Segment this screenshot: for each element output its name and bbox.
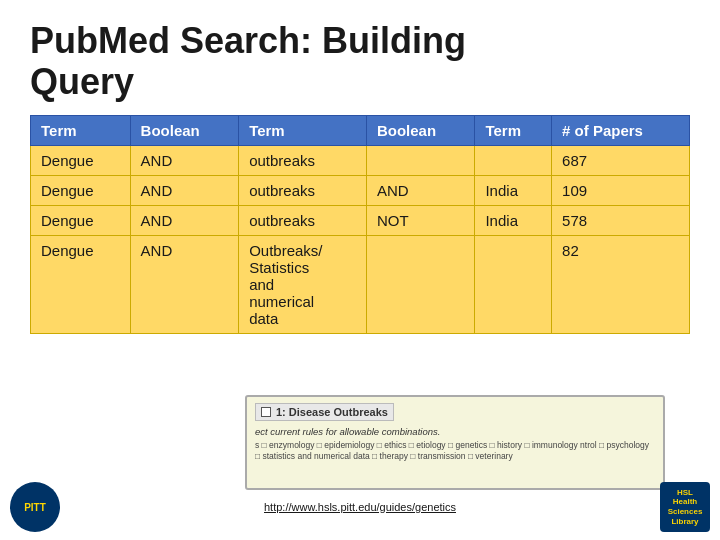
table-cell: AND xyxy=(130,145,239,175)
table-cell xyxy=(475,145,552,175)
footer-url[interactable]: http://www.hsls.pitt.edu/guides/genetics xyxy=(264,501,456,513)
table-row: DengueANDoutbreaks687 xyxy=(31,145,690,175)
table-cell: Dengue xyxy=(31,145,131,175)
table-cell xyxy=(475,235,552,333)
search-table: Term Boolean Term Boolean Term # of Pape… xyxy=(30,115,690,334)
table-cell: 109 xyxy=(552,175,690,205)
table-row: DengueANDoutbreaksNOTIndia578 xyxy=(31,205,690,235)
table-cell: Dengue xyxy=(31,175,131,205)
table-cell: India xyxy=(475,175,552,205)
table-row: DengueANDoutbreaksANDIndia109 xyxy=(31,175,690,205)
table-cell: India xyxy=(475,205,552,235)
table-cell: 687 xyxy=(552,145,690,175)
screenshot-subtitle: ect current rules for allowable combinat… xyxy=(255,425,655,438)
table-row: DengueANDOutbreaks/ Statistics and numer… xyxy=(31,235,690,333)
col-header-bool1: Boolean xyxy=(130,115,239,145)
col-header-papers: # of Papers xyxy=(552,115,690,145)
pitt-logo: PITT xyxy=(10,482,60,532)
table-header-row: Term Boolean Term Boolean Term # of Pape… xyxy=(31,115,690,145)
col-header-bool2: Boolean xyxy=(366,115,475,145)
table-cell: 82 xyxy=(552,235,690,333)
col-header-term1: Term xyxy=(31,115,131,145)
footer: PITT http://www.hsls.pitt.edu/guides/gen… xyxy=(0,482,720,532)
pitt-logo-text: PITT xyxy=(24,502,46,513)
screenshot-title-text: 1: Disease Outbreaks xyxy=(276,406,388,418)
col-header-term3: Term xyxy=(475,115,552,145)
screenshot-area: 1: Disease Outbreaks ect current rules f… xyxy=(245,395,665,490)
table-wrapper: Term Boolean Term Boolean Term # of Pape… xyxy=(30,115,690,334)
title-line2: Query xyxy=(30,61,134,102)
table-cell: Dengue xyxy=(31,235,131,333)
table-cell: Dengue xyxy=(31,205,131,235)
table-cell: 578 xyxy=(552,205,690,235)
screenshot-subtext: s □ enzymology □ epidemiology □ ethics □… xyxy=(255,440,655,462)
table-cell: Outbreaks/ Statistics and numerical data xyxy=(239,235,367,333)
table-cell xyxy=(366,145,475,175)
table-cell: AND xyxy=(130,205,239,235)
table-cell: NOT xyxy=(366,205,475,235)
table-cell xyxy=(366,235,475,333)
hsl-logo-text: HSLHealthSciencesLibrary xyxy=(668,488,703,526)
screenshot-title-bar: 1: Disease Outbreaks xyxy=(255,403,394,421)
table-cell: AND xyxy=(366,175,475,205)
table-cell: AND xyxy=(130,235,239,333)
table-cell: AND xyxy=(130,175,239,205)
screenshot-inner: 1: Disease Outbreaks ect current rules f… xyxy=(247,397,663,468)
screenshot-checkbox xyxy=(261,407,271,417)
table-cell: outbreaks xyxy=(239,205,367,235)
title-line1: PubMed Search: Building xyxy=(30,20,466,61)
hsl-logo: HSLHealthSciencesLibrary xyxy=(660,482,710,532)
table-cell: outbreaks xyxy=(239,145,367,175)
slide-title: PubMed Search: Building Query xyxy=(30,20,690,103)
col-header-term2: Term xyxy=(239,115,367,145)
table-cell: outbreaks xyxy=(239,175,367,205)
slide: PubMed Search: Building Query Term Boole… xyxy=(0,0,720,540)
